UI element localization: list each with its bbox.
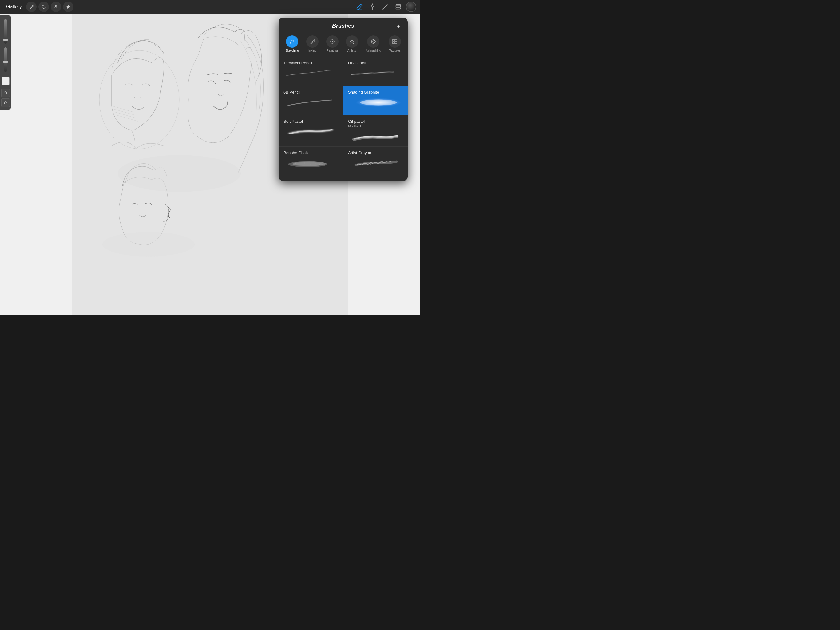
category-painting[interactable]: Painting (324, 33, 341, 54)
brush-name-hb-pencil: HB Pencil (348, 60, 403, 65)
brush-name-6b-pencil: 6B Pencil (284, 90, 338, 95)
undo-button[interactable] (1, 89, 10, 97)
size-slider[interactable] (4, 47, 7, 72)
svg-point-27 (360, 99, 397, 105)
svg-point-16 (371, 40, 375, 43)
brush-name-technical-pencil: Technical Pencil (284, 60, 338, 65)
svg-point-13 (293, 41, 294, 41)
toolbar: Gallery S (0, 0, 420, 14)
svg-point-33 (304, 163, 305, 163)
inking-label: Inking (308, 49, 317, 52)
svg-point-36 (319, 164, 320, 165)
brush-name-oil-pastel: Oil pastel (348, 119, 403, 123)
svg-point-12 (103, 232, 195, 256)
redo-button[interactable] (1, 98, 10, 107)
brush-stroke-oil-pastel (348, 130, 403, 143)
brushes-add-button[interactable]: + (394, 22, 403, 31)
svg-point-35 (315, 163, 316, 164)
brush-item-technical-pencil[interactable]: Technical Pencil (279, 57, 343, 86)
brush-stroke-soft-pastel (284, 124, 338, 136)
brush-item-soft-pastel[interactable]: Soft Pastel (279, 116, 343, 147)
painting-label: Painting (327, 49, 338, 52)
color-swatch[interactable] (2, 77, 9, 85)
textures-icon (388, 35, 401, 47)
sketching-label: Sketching (285, 49, 299, 52)
opacity-slider[interactable] (4, 19, 7, 44)
category-textures[interactable]: Textures (386, 33, 403, 54)
brushes-panel: Brushes + Sketching Inking (279, 18, 408, 181)
artistic-icon (346, 35, 358, 47)
brushes-title: Brushes (332, 23, 354, 29)
svg-point-31 (295, 163, 296, 164)
svg-point-38 (376, 163, 377, 163)
left-sidebar (0, 15, 11, 109)
svg-point-15 (332, 41, 333, 42)
svg-rect-4 (396, 8, 401, 9)
opacity-slider-handle[interactable] (3, 39, 8, 41)
svg-point-17 (373, 41, 374, 43)
brush-stroke-hb-pencil (348, 66, 403, 78)
brush-stroke-bonobo-chalk (284, 156, 338, 168)
brush-item-shading-graphite[interactable]: Shading Graphite (343, 86, 408, 116)
category-artistic[interactable]: Artistic (343, 33, 361, 54)
svg-rect-2 (396, 5, 401, 6)
svg-rect-22 (393, 40, 395, 41)
svg-point-11 (118, 155, 241, 192)
svg-point-30 (293, 162, 323, 166)
brush-stroke-artist-crayon (348, 156, 403, 168)
brush-name-artist-crayon: Artist Crayon (348, 150, 403, 155)
svg-rect-24 (393, 42, 395, 44)
svg-marker-0 (66, 5, 70, 9)
svg-point-37 (370, 164, 371, 165)
brush-name-bonobo-chalk: Bonobo Chalk (284, 150, 338, 155)
textures-label: Textures (389, 49, 401, 52)
size-slider-handle[interactable] (3, 61, 8, 63)
svg-point-40 (388, 161, 390, 162)
brush-item-bonobo-chalk[interactable]: Bonobo Chalk (279, 147, 343, 176)
brush-stroke-technical-pencil (284, 66, 338, 78)
svg-point-39 (382, 162, 384, 163)
airbrushing-icon (367, 35, 379, 47)
swirl-icon-button[interactable] (38, 2, 49, 12)
pen-tool-button[interactable] (367, 2, 377, 12)
svg-rect-3 (396, 6, 401, 7)
opacity-slider-container (1, 19, 10, 44)
svg-point-1 (382, 9, 384, 10)
brush-name-soft-pastel: Soft Pastel (284, 119, 338, 123)
brush-categories: Sketching Inking Painting (279, 32, 408, 57)
painting-icon (326, 35, 338, 47)
brushes-header: Brushes + (279, 18, 408, 32)
category-inking[interactable]: Inking (304, 33, 321, 54)
airbrushing-label: Airbrushing (366, 49, 381, 52)
brush-tool-button[interactable] (380, 2, 390, 12)
brush-sub-oil-pastel: Modified (348, 124, 403, 128)
artistic-label: Artistic (347, 49, 357, 52)
wrench-icon-button[interactable] (26, 2, 36, 12)
gallery-button[interactable]: Gallery (4, 3, 24, 11)
svg-rect-23 (395, 40, 397, 41)
category-airbrushing[interactable]: Airbrushing (363, 33, 384, 54)
sketching-icon (286, 35, 298, 47)
category-sketching[interactable]: Sketching (283, 33, 301, 54)
s-icon-button[interactable]: S (51, 2, 61, 12)
svg-point-32 (300, 165, 300, 166)
brush-stroke-6b-pencil (284, 95, 338, 108)
brush-item-hb-pencil[interactable]: HB Pencil (343, 57, 408, 86)
brush-name-shading-graphite: Shading Graphite (348, 90, 403, 95)
brush-grid: Technical Pencil HB Pencil 6B Pencil (279, 57, 408, 176)
svg-rect-25 (395, 42, 397, 44)
brush-item-6b-pencil[interactable]: 6B Pencil (279, 86, 343, 116)
brush-item-artist-crayon[interactable]: Artist Crayon (343, 147, 408, 176)
pencil-tool-button[interactable] (354, 2, 365, 12)
size-slider-container (1, 47, 10, 72)
brush-item-oil-pastel[interactable]: Oil pastel Modified (343, 116, 408, 147)
avatar[interactable] (406, 2, 416, 12)
inking-icon (306, 35, 319, 47)
star-icon-button[interactable] (63, 2, 74, 12)
toolbar-right (354, 2, 416, 12)
brush-stroke-shading-graphite (348, 95, 403, 108)
layers-button[interactable] (393, 2, 403, 12)
svg-point-34 (311, 164, 311, 165)
